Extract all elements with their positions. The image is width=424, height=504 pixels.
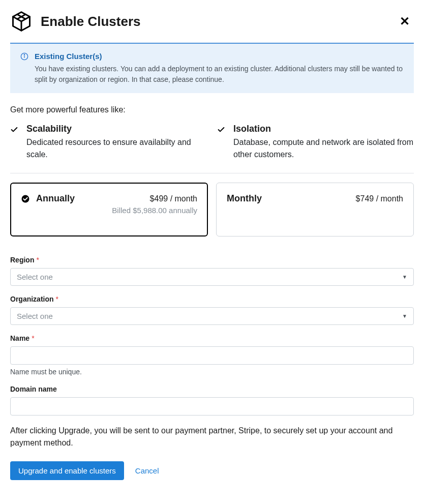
cancel-button[interactable]: Cancel [135,466,159,475]
organization-select[interactable]: Select one ▼ [10,307,414,325]
plan-price: $749 / month [356,194,403,203]
chevron-down-icon: ▼ [402,313,407,319]
modal-title: Enable Clusters [41,14,141,29]
plan-name: Monthly [227,193,262,204]
info-icon [20,52,28,85]
name-input[interactable] [10,346,414,365]
domain-input[interactable] [10,397,414,416]
plan-name: Annually [36,193,75,204]
check-icon [217,126,225,161]
chevron-down-icon: ▼ [402,274,407,280]
select-placeholder: Select one [17,273,53,281]
feature-desc: Database, compute and network are isolat… [233,136,414,161]
info-alert: Existing Cluster(s) You have existing cl… [10,43,414,93]
divider [10,173,414,173]
plan-subtext: Billed $5,988.00 annually [21,206,197,215]
intro-text: Get more powerful features like: [10,105,414,114]
pricing-options: Annually $499 / month Billed $5,988.00 a… [10,183,414,236]
features-list: Scalability Dedicated resources to ensur… [10,124,414,161]
select-placeholder: Select one [17,312,53,320]
feature-title: Isolation [233,124,414,134]
feature-scalability: Scalability Dedicated resources to ensur… [10,124,207,161]
radio-selected-icon [21,194,30,203]
cube-icon [10,10,33,33]
alert-title: Existing Cluster(s) [35,52,404,61]
modal-header: Enable Clusters ✕ [10,10,414,33]
feature-isolation: Isolation Database, compute and network … [217,124,414,161]
svg-point-2 [24,54,24,55]
pricing-card-monthly[interactable]: Monthly $749 / month [216,183,414,236]
name-label: Name* [10,334,414,342]
name-helper: Name must be unique. [10,368,414,376]
feature-title: Scalability [26,124,207,134]
domain-label: Domain name [10,385,414,393]
plan-price: $499 / month [150,194,197,203]
footer-note: After clicking Upgrade, you will be sent… [10,425,414,449]
close-icon: ✕ [400,14,410,28]
svg-point-3 [22,195,29,202]
upgrade-button[interactable]: Upgrade and enable clusters [10,461,124,480]
region-select[interactable]: Select one ▼ [10,268,414,286]
check-icon [10,126,18,161]
action-bar: Upgrade and enable clusters Cancel [10,461,414,480]
region-label: Region* [10,256,414,264]
close-button[interactable]: ✕ [396,13,414,29]
feature-desc: Dedicated resources to ensure availabilt… [26,136,207,161]
organization-label: Organization* [10,295,414,303]
alert-body: You have existing clusters. You can add … [35,64,404,85]
pricing-card-annually[interactable]: Annually $499 / month Billed $5,988.00 a… [10,183,208,236]
